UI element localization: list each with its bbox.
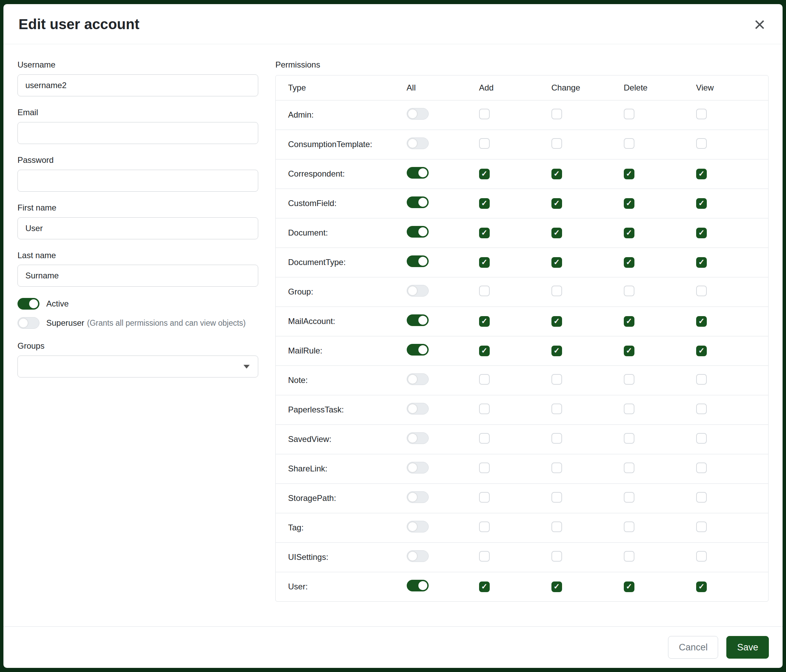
permission-type-label: MailRule: <box>276 336 406 366</box>
last-name-field[interactable] <box>17 265 258 287</box>
view-checkbox[interactable] <box>696 286 707 296</box>
view-checkbox[interactable] <box>696 433 707 444</box>
all-toggle[interactable] <box>407 403 429 415</box>
view-checkbox[interactable] <box>696 551 707 562</box>
delete-checkbox[interactable] <box>624 581 634 592</box>
add-checkbox[interactable] <box>479 169 490 179</box>
all-toggle[interactable] <box>407 256 429 267</box>
add-checkbox[interactable] <box>479 492 490 502</box>
all-toggle[interactable] <box>407 462 429 474</box>
permission-row: Group: <box>276 277 768 306</box>
delete-checkbox[interactable] <box>624 138 634 149</box>
change-checkbox[interactable] <box>552 109 562 119</box>
view-checkbox[interactable] <box>696 463 707 473</box>
delete-checkbox[interactable] <box>624 433 634 444</box>
all-toggle[interactable] <box>407 344 429 356</box>
delete-checkbox[interactable] <box>624 345 634 356</box>
add-checkbox[interactable] <box>479 374 490 385</box>
add-checkbox[interactable] <box>479 521 490 532</box>
all-toggle[interactable] <box>407 521 429 532</box>
view-checkbox[interactable] <box>696 228 707 238</box>
change-checkbox[interactable] <box>552 463 562 473</box>
view-checkbox[interactable] <box>696 169 707 179</box>
all-toggle[interactable] <box>407 138 429 149</box>
delete-checkbox[interactable] <box>624 404 634 414</box>
add-checkbox[interactable] <box>479 463 490 473</box>
first-name-field[interactable] <box>17 217 258 239</box>
permission-row: UISettings: <box>276 542 768 572</box>
view-checkbox[interactable] <box>696 257 707 268</box>
delete-checkbox[interactable] <box>624 198 634 209</box>
delete-checkbox[interactable] <box>624 492 634 502</box>
delete-checkbox[interactable] <box>624 109 634 119</box>
view-checkbox[interactable] <box>696 345 707 356</box>
all-toggle[interactable] <box>407 374 429 385</box>
delete-checkbox[interactable] <box>624 374 634 385</box>
delete-checkbox[interactable] <box>624 463 634 473</box>
all-toggle[interactable] <box>407 167 429 179</box>
add-checkbox[interactable] <box>479 257 490 268</box>
change-checkbox[interactable] <box>552 228 562 238</box>
save-button[interactable]: Save <box>726 636 769 659</box>
superuser-toggle[interactable] <box>17 317 39 329</box>
all-toggle[interactable] <box>407 285 429 297</box>
password-field[interactable] <box>17 170 258 192</box>
change-checkbox[interactable] <box>552 433 562 444</box>
add-checkbox[interactable] <box>479 228 490 238</box>
add-checkbox[interactable] <box>479 551 490 562</box>
view-checkbox[interactable] <box>696 492 707 502</box>
cancel-button[interactable]: Cancel <box>668 636 718 659</box>
view-checkbox[interactable] <box>696 404 707 414</box>
change-checkbox[interactable] <box>552 521 562 532</box>
add-checkbox[interactable] <box>479 138 490 149</box>
all-toggle[interactable] <box>407 108 429 120</box>
change-checkbox[interactable] <box>552 286 562 296</box>
groups-select[interactable] <box>17 356 258 377</box>
add-checkbox[interactable] <box>479 286 490 296</box>
change-checkbox[interactable] <box>552 492 562 502</box>
view-checkbox[interactable] <box>696 374 707 385</box>
add-checkbox[interactable] <box>479 404 490 414</box>
change-checkbox[interactable] <box>552 374 562 385</box>
all-toggle[interactable] <box>407 550 429 562</box>
add-checkbox[interactable] <box>479 433 490 444</box>
view-checkbox[interactable] <box>696 198 707 209</box>
change-checkbox[interactable] <box>552 138 562 149</box>
change-checkbox[interactable] <box>552 169 562 179</box>
delete-checkbox[interactable] <box>624 316 634 327</box>
all-toggle[interactable] <box>407 580 429 592</box>
add-checkbox[interactable] <box>479 109 490 119</box>
add-checkbox[interactable] <box>479 581 490 592</box>
active-toggle[interactable] <box>17 298 39 309</box>
delete-checkbox[interactable] <box>624 521 634 532</box>
change-checkbox[interactable] <box>552 551 562 562</box>
all-toggle[interactable] <box>407 314 429 326</box>
change-checkbox[interactable] <box>552 404 562 414</box>
view-checkbox[interactable] <box>696 521 707 532</box>
delete-checkbox[interactable] <box>624 286 634 296</box>
username-field[interactable] <box>17 74 258 96</box>
add-checkbox[interactable] <box>479 198 490 209</box>
change-checkbox[interactable] <box>552 316 562 327</box>
delete-checkbox[interactable] <box>624 169 634 179</box>
delete-checkbox[interactable] <box>624 551 634 562</box>
change-checkbox[interactable] <box>552 198 562 209</box>
change-checkbox[interactable] <box>552 257 562 268</box>
email-field[interactable] <box>17 122 258 144</box>
view-checkbox[interactable] <box>696 109 707 119</box>
delete-checkbox[interactable] <box>624 228 634 238</box>
close-icon[interactable]: × <box>750 13 769 36</box>
add-checkbox[interactable] <box>479 345 490 356</box>
all-toggle[interactable] <box>407 226 429 238</box>
view-checkbox[interactable] <box>696 581 707 592</box>
change-checkbox[interactable] <box>552 345 562 356</box>
delete-checkbox[interactable] <box>624 257 634 268</box>
all-toggle[interactable] <box>407 491 429 503</box>
all-toggle[interactable] <box>407 432 429 444</box>
add-checkbox[interactable] <box>479 316 490 327</box>
permission-row: SavedView: <box>276 424 768 454</box>
change-checkbox[interactable] <box>552 581 562 592</box>
view-checkbox[interactable] <box>696 138 707 149</box>
view-checkbox[interactable] <box>696 316 707 327</box>
all-toggle[interactable] <box>407 196 429 208</box>
